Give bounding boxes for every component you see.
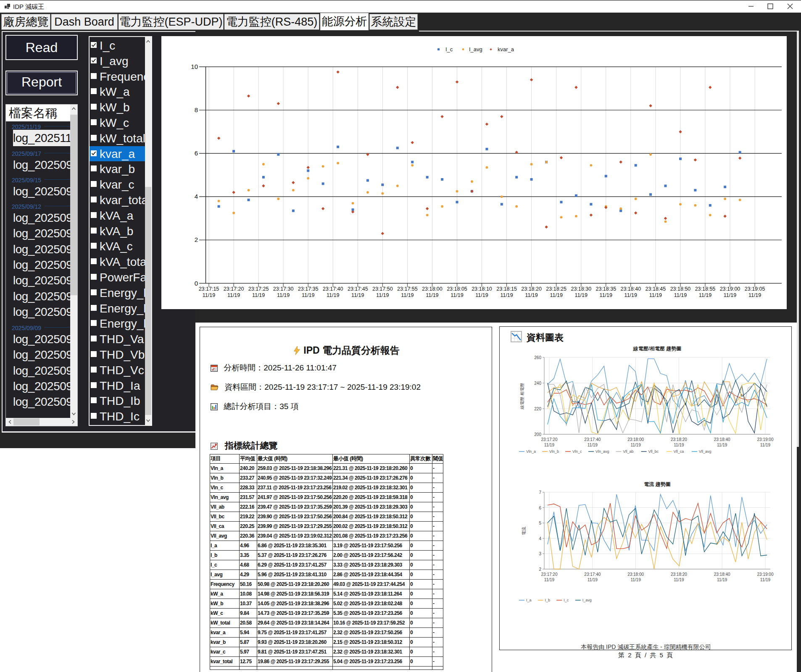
svg-text:Vln_b: Vln_b: [549, 449, 559, 454]
svg-text:11/19: 11/19: [544, 578, 555, 582]
svg-text:I_b: I_b: [545, 598, 551, 602]
svg-text:11/19: 11/19: [351, 292, 364, 298]
svg-text:I_a: I_a: [526, 598, 532, 602]
svg-text:11/19: 11/19: [724, 292, 736, 298]
svg-text:240: 240: [534, 381, 541, 386]
svg-text:11/19: 11/19: [649, 292, 662, 298]
svg-text:11/19: 11/19: [624, 292, 637, 298]
svg-text:5: 5: [539, 521, 541, 525]
svg-text:Vln_avg: Vln_avg: [595, 449, 609, 454]
svg-text:kvar_a: kvar_a: [498, 46, 514, 52]
svg-text:6: 6: [539, 506, 541, 510]
svg-text:0: 0: [195, 280, 198, 287]
svg-text:220: 220: [534, 407, 541, 411]
svg-text:11/19: 11/19: [760, 578, 771, 582]
svg-text:電流: 電流: [522, 527, 526, 535]
svg-text:23:17:15: 23:17:15: [199, 286, 219, 292]
svg-text:23:18:40: 23:18:40: [714, 437, 730, 442]
svg-text:200: 200: [534, 432, 541, 437]
svg-text:11/19: 11/19: [500, 292, 513, 298]
svg-text:電流 趨勢圖: 電流 趨勢圖: [644, 481, 670, 487]
svg-text:11/19: 11/19: [699, 292, 711, 298]
svg-text:11/19: 11/19: [327, 292, 339, 298]
svg-text:11/19: 11/19: [600, 292, 612, 298]
svg-text:23:17:55: 23:17:55: [397, 286, 418, 292]
svg-text:11/19: 11/19: [451, 292, 463, 298]
svg-text:23:18:05: 23:18:05: [447, 286, 467, 292]
svg-text:23:18:10: 23:18:10: [472, 286, 492, 292]
svg-text:23:18:20: 23:18:20: [521, 286, 542, 292]
svg-text:11/19: 11/19: [544, 443, 555, 447]
svg-text:23:17:20: 23:17:20: [541, 437, 558, 442]
svg-text:11/19: 11/19: [674, 292, 687, 298]
svg-text:23:19:05: 23:19:05: [745, 286, 765, 292]
svg-text:11/19: 11/19: [674, 443, 684, 447]
svg-text:11/19: 11/19: [302, 292, 314, 298]
svg-text:23:17:35: 23:17:35: [298, 286, 319, 292]
svg-text:11/19: 11/19: [760, 443, 771, 447]
svg-text:I_avg: I_avg: [582, 598, 592, 602]
svg-text:線電壓/相電壓 趨勢圖: 線電壓/相電壓 趨勢圖: [633, 346, 682, 352]
svg-text:11/19: 11/19: [717, 578, 727, 582]
svg-text:11/19: 11/19: [376, 292, 389, 298]
svg-text:23:18:25: 23:18:25: [546, 286, 566, 292]
svg-text:11/19: 11/19: [717, 443, 727, 447]
svg-text:23:18:00: 23:18:00: [627, 572, 644, 577]
svg-text:23:17:30: 23:17:30: [273, 286, 294, 292]
svg-text:23:18:50: 23:18:50: [670, 286, 691, 292]
svg-text:I_avg: I_avg: [469, 46, 482, 52]
svg-text:11/19: 11/19: [588, 578, 598, 582]
svg-text:I_c: I_c: [445, 46, 453, 52]
svg-text:23:18:20: 23:18:20: [671, 572, 687, 577]
svg-text:2: 2: [195, 236, 198, 243]
svg-text:11/19: 11/19: [630, 578, 641, 582]
svg-text:Vll_ab: Vll_ab: [623, 449, 633, 454]
svg-text:260: 260: [534, 355, 541, 360]
svg-text:23:17:40: 23:17:40: [584, 572, 601, 577]
svg-text:11/19: 11/19: [674, 578, 684, 582]
svg-text:23:17:20: 23:17:20: [541, 572, 558, 577]
svg-text:23:17:50: 23:17:50: [372, 286, 393, 292]
svg-text:23:18:45: 23:18:45: [646, 286, 666, 292]
svg-text:2: 2: [539, 567, 541, 572]
svg-text:3: 3: [539, 551, 541, 556]
svg-text:23:19:00: 23:19:00: [720, 286, 740, 292]
svg-text:7: 7: [539, 490, 541, 495]
svg-text:Vll_avg: Vll_avg: [699, 449, 711, 454]
svg-text:11/19: 11/19: [203, 292, 215, 298]
svg-text:線電壓 相電壓: 線電壓 相電壓: [520, 383, 524, 410]
svg-text:Vll_ca: Vll_ca: [674, 449, 684, 454]
svg-text:11/19: 11/19: [525, 292, 538, 298]
svg-text:11/19: 11/19: [748, 292, 761, 298]
svg-text:Vln_c: Vln_c: [572, 449, 582, 454]
svg-text:11/19: 11/19: [475, 292, 488, 298]
svg-text:8: 8: [195, 106, 198, 113]
svg-text:23:19:00: 23:19:00: [757, 437, 774, 442]
svg-text:23:17:25: 23:17:25: [248, 286, 269, 292]
svg-text:23:18:40: 23:18:40: [620, 286, 641, 292]
svg-text:I_c: I_c: [564, 598, 569, 602]
svg-text:11/19: 11/19: [426, 292, 438, 298]
svg-text:11/19: 11/19: [575, 292, 588, 298]
svg-text:23:18:55: 23:18:55: [695, 286, 716, 292]
svg-text:11/19: 11/19: [550, 292, 563, 298]
svg-text:23:17:40: 23:17:40: [584, 437, 601, 442]
svg-text:11/19: 11/19: [227, 292, 240, 298]
svg-text:23:18:15: 23:18:15: [496, 286, 517, 292]
svg-text:本報告由 IPD 減碳王系統產生 - 琮閔精機有限公司: 本報告由 IPD 減碳王系統產生 - 琮閔精機有限公司: [580, 643, 711, 650]
svg-text:23:17:45: 23:17:45: [348, 286, 368, 292]
svg-text:11/19: 11/19: [401, 292, 414, 298]
svg-text:11/19: 11/19: [277, 292, 290, 298]
svg-text:23:18:20: 23:18:20: [671, 437, 687, 442]
svg-text:23:18:00: 23:18:00: [422, 286, 443, 292]
svg-text:23:18:30: 23:18:30: [571, 286, 591, 292]
svg-text:11/19: 11/19: [252, 292, 265, 298]
svg-text:6: 6: [195, 150, 198, 157]
svg-text:23:18:00: 23:18:00: [627, 437, 644, 442]
svg-text:Vll_bc: Vll_bc: [648, 449, 659, 454]
svg-text:23:18:40: 23:18:40: [714, 572, 730, 577]
svg-text:23:17:20: 23:17:20: [224, 286, 244, 292]
svg-text:10: 10: [191, 63, 198, 70]
svg-text:11/19: 11/19: [588, 443, 598, 447]
svg-text:23:17:40: 23:17:40: [323, 286, 343, 292]
